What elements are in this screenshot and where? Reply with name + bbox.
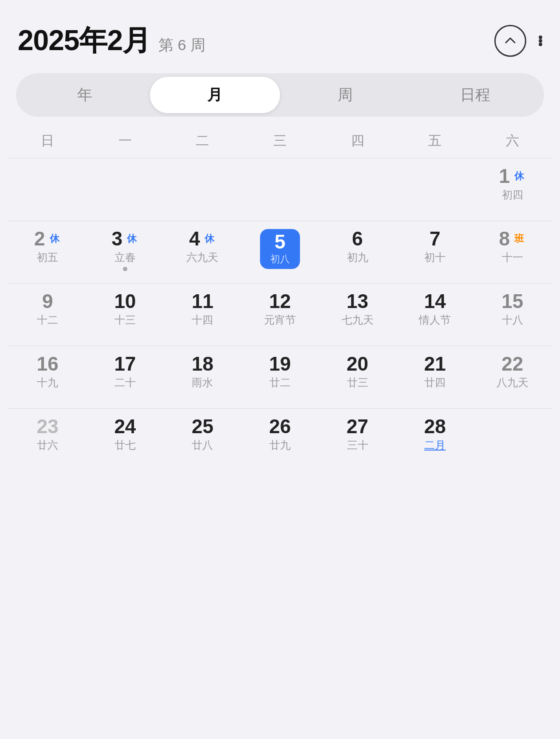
day-number-wrap: 4休 (189, 229, 216, 249)
day-cell[interactable]: 15十八 (473, 284, 551, 346)
day-number: 3 (112, 229, 122, 249)
day-number: 13 (347, 292, 368, 311)
day-cell (319, 158, 396, 221)
day-badge: 班 (513, 232, 526, 246)
day-number-wrap: 22 (501, 354, 523, 374)
lunar-label: 十三 (114, 314, 136, 327)
day-number: 15 (501, 292, 523, 311)
day-number: 8 (499, 229, 509, 249)
day-number-wrap: 27 (347, 417, 368, 436)
today-number: 5 (275, 232, 285, 252)
tab-week[interactable]: 周 (280, 77, 410, 113)
day-number: 7 (430, 229, 440, 249)
day-cell[interactable]: 26廿九 (241, 409, 319, 471)
lunar-label: 十八 (502, 314, 523, 327)
day-cell[interactable]: 12元宵节 (241, 284, 319, 346)
weekday-tue: 二 (164, 126, 241, 156)
day-number-wrap: 19 (269, 354, 291, 374)
lunar-label: 八九天 (497, 376, 528, 389)
day-badge: 休 (48, 232, 61, 246)
day-cell[interactable]: 16十九 (9, 346, 87, 408)
more-menu-button[interactable] (539, 36, 542, 46)
lunar-label: 十一 (502, 251, 523, 264)
day-number-wrap: 1休 (499, 166, 525, 186)
day-cell (241, 158, 319, 221)
day-number: 19 (269, 354, 291, 374)
lunar-label: 廿二 (269, 376, 291, 389)
header-right (494, 25, 542, 57)
day-cell[interactable]: 19廿二 (241, 346, 319, 408)
day-cell[interactable]: 4休六九天 (164, 221, 241, 283)
day-cell[interactable]: 2休初五 (9, 221, 87, 283)
day-number: 18 (192, 354, 213, 374)
weekday-wed: 三 (241, 126, 319, 156)
weekday-thu: 四 (319, 126, 396, 156)
day-cell[interactable]: 24廿七 (87, 409, 164, 471)
day-number-wrap: 2休 (34, 229, 61, 249)
day-number-wrap: 3休 (112, 229, 138, 249)
day-number: 6 (352, 229, 363, 249)
day-number: 9 (42, 292, 53, 311)
day-number: 10 (114, 292, 136, 311)
day-cell[interactable]: 21廿四 (396, 346, 474, 408)
lunar-label: 初四 (502, 189, 523, 202)
day-number-wrap: 10 (114, 292, 136, 311)
view-tab-bar: 年 月 周 日程 (16, 73, 544, 117)
day-number-wrap: 13 (347, 292, 368, 311)
day-cell[interactable]: 14情人节 (396, 284, 474, 346)
lunar-label: 初九 (347, 251, 368, 264)
lunar-label: 三十 (347, 439, 368, 452)
day-number-wrap: 7 (430, 229, 440, 249)
day-cell[interactable]: 27三十 (319, 409, 396, 471)
day-cell[interactable]: 18雨水 (164, 346, 241, 408)
day-cell[interactable]: 5初八 (241, 221, 319, 283)
lunar-label: 初十 (424, 251, 446, 264)
day-number-wrap: 20 (347, 354, 368, 374)
day-cell[interactable]: 17二十 (87, 346, 164, 408)
lunar-label: 雨水 (192, 376, 213, 389)
lunar-label: 二月 (424, 439, 446, 452)
day-number: 22 (501, 354, 523, 374)
lunar-label: 廿六 (37, 439, 58, 452)
day-cell[interactable]: 3休立春 (87, 221, 164, 283)
day-cell[interactable]: 8班十一 (473, 221, 551, 283)
day-number: 16 (37, 354, 59, 374)
lunar-label: 立春 (114, 251, 136, 264)
tab-month[interactable]: 月 (150, 77, 280, 113)
day-cell[interactable]: 7初十 (396, 221, 474, 283)
day-cell[interactable]: 25廿八 (164, 409, 241, 471)
day-number: 2 (34, 229, 45, 249)
day-number-wrap: 8班 (499, 229, 525, 249)
header: 2025年2月 第 6 周 (0, 0, 560, 69)
weekday-mon: 一 (87, 126, 164, 156)
lunar-label: 廿四 (424, 376, 446, 389)
day-number-wrap: 11 (192, 292, 213, 311)
day-number-wrap: 21 (424, 354, 446, 374)
day-cell[interactable]: 10十三 (87, 284, 164, 346)
day-number: 28 (424, 417, 446, 436)
day-cell[interactable]: 13七九天 (319, 284, 396, 346)
day-cell[interactable]: 28二月 (396, 409, 474, 471)
day-cell[interactable]: 22八九天 (473, 346, 551, 408)
tab-schedule[interactable]: 日程 (410, 77, 541, 113)
day-cell[interactable]: 11十四 (164, 284, 241, 346)
day-number-wrap: 18 (192, 354, 213, 374)
tab-year[interactable]: 年 (20, 77, 150, 113)
day-number: 12 (269, 292, 291, 311)
lunar-label: 初五 (37, 251, 58, 264)
day-number-wrap: 6 (352, 229, 363, 249)
day-cell[interactable]: 1休初四 (473, 158, 551, 221)
collapse-button[interactable] (494, 25, 526, 57)
lunar-label: 廿七 (114, 439, 136, 452)
day-cell[interactable]: 20廿三 (319, 346, 396, 408)
day-cell[interactable]: 23廿六 (9, 409, 87, 471)
day-cell[interactable]: 6初九 (319, 221, 396, 283)
lunar-label: 十二 (37, 314, 58, 327)
day-number-wrap: 28 (424, 417, 446, 436)
day-cell (87, 158, 164, 221)
day-number: 27 (347, 417, 368, 436)
day-number-wrap: 12 (269, 292, 291, 311)
weekday-fri: 五 (396, 126, 474, 156)
day-cell (473, 409, 551, 471)
day-cell[interactable]: 9十二 (9, 284, 87, 346)
